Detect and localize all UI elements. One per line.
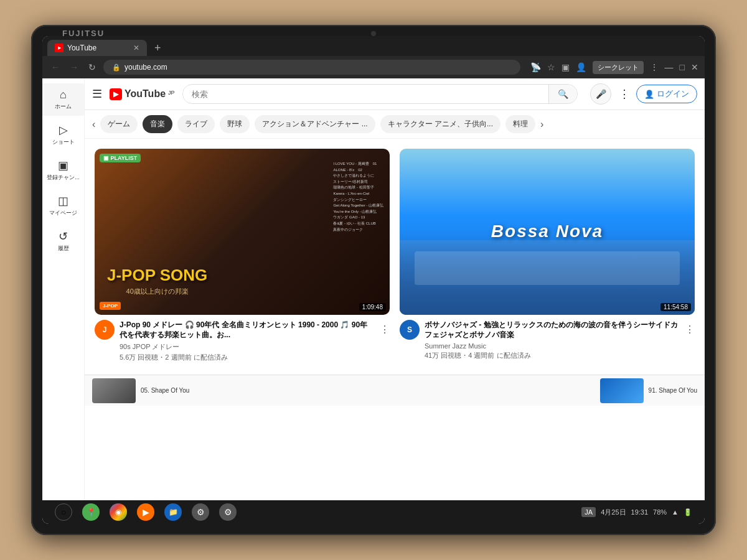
category-chip-baseball[interactable]: 野球 (220, 115, 250, 133)
video-more-bossa[interactable]: ⋮ (685, 320, 695, 335)
microphone-button[interactable]: 🎤 (590, 83, 611, 105)
video-meta-jpop: J-Pop 90 メドレー 🎧 90年代 全名曲ミリオンヒット 1990 - 2… (120, 320, 375, 363)
mini-thumb-2 (600, 378, 644, 403)
video-meta-bossa: ボサノバジャズ - 勉強とリラックスのための海の波の音を伴うシーサイドカフェジャ… (425, 320, 680, 361)
bottom-video-strip: 05. Shape Of You 91. Shape Of You (85, 375, 705, 406)
sidebar-item-subscriptions[interactable]: ▣ 登録チャン... (42, 154, 84, 187)
mini-title-2: 91. Shape Of You (649, 387, 697, 394)
sidebar-item-history[interactable]: ↺ 履歴 (42, 225, 84, 258)
extensions-icon[interactable]: ▣ (561, 62, 570, 72)
login-button[interactable]: 👤 ログイン (636, 85, 697, 103)
close-button[interactable]: ✕ (691, 62, 698, 72)
address-bar: ← → ↻ 🔒 youtube.com 📡 ☆ ▣ 👤 シークレット ⋮ — □… (42, 56, 705, 78)
category-next-button[interactable]: › (540, 119, 543, 130)
tab-bar: YouTube ✕ + (42, 36, 705, 56)
lock-icon: 🔒 (112, 63, 121, 72)
home-icon: ⌂ (60, 88, 67, 101)
playlist-badge-text: ▣ PLAYLIST (103, 155, 137, 161)
url-bar[interactable]: 🔒 youtube.com (103, 60, 520, 75)
video-thumbnail-jpop: ▣ PLAYLIST I LOVE YOU - 尾崎豊 01 ALONE - B… (95, 149, 390, 315)
category-chip-action[interactable]: アクション＆アドベンチャー ... (255, 115, 375, 133)
channel-avatar-bossa: S (400, 320, 420, 340)
sidebar-item-home[interactable]: ⌂ ホーム (42, 83, 84, 116)
video-info-bossa: S ボサノバジャズ - 勉強とリラックスのための海の波の音を伴うシーサイドカフェ… (400, 315, 695, 363)
incognito-button[interactable]: シークレット (593, 61, 644, 74)
video-card-jpop[interactable]: ▣ PLAYLIST I LOVE YOU - 尾崎豊 01 ALONE - B… (95, 149, 390, 365)
category-prev-button[interactable]: ‹ (92, 119, 95, 130)
taskbar-right: JA 4月25日 19:31 78% ▲ 🔋 (581, 507, 692, 517)
channel-avatar-jpop: J (95, 320, 115, 340)
taskbar-play-icon[interactable]: ▶ (137, 503, 154, 521)
login-icon: 👤 (644, 90, 654, 99)
refresh-button[interactable]: ↻ (86, 61, 98, 73)
video-channel-bossa: Summer Jazz Music (425, 342, 680, 350)
jpop-thumb-title: J-POP SONG (107, 266, 207, 284)
mini-thumb-1 (92, 378, 136, 403)
bookmark-icon[interactable]: ☆ (547, 62, 555, 72)
video-stats-bossa: 41万 回視聴・4 週間前 に配信済み (425, 351, 680, 360)
active-tab[interactable]: YouTube ✕ (47, 40, 147, 56)
taskbar: ○ 📍 ◉ ▶ 📁 ⚙ ⚙ JA 4月25日 19:31 78% ▲ 🔋 (42, 500, 705, 524)
hamburger-menu[interactable]: ☰ (92, 87, 102, 101)
search-button[interactable]: 🔍 (548, 85, 577, 103)
youtube-logo-text: YouTube (125, 88, 166, 100)
youtube-logo: ▶ YouTube JP (110, 88, 175, 100)
taskbar-language: JA (581, 507, 596, 517)
taskbar-settings2-icon[interactable]: ⚙ (219, 503, 237, 521)
url-text: youtube.com (125, 63, 167, 72)
youtube-logo-icon: ▶ (110, 88, 122, 100)
jpop-thumb-logo: J-POP (100, 302, 121, 310)
header-right: ⋮ 👤 ログイン (619, 85, 697, 103)
sidebar-item-library[interactable]: ◫ マイページ (42, 189, 84, 222)
video-card-bossa[interactable]: Bossa Nova 11:54:58 S ボサノバジャズ - 勉強とリラックス… (400, 149, 695, 365)
taskbar-time: 19:31 (631, 508, 649, 516)
account-icon[interactable]: 👤 (576, 62, 586, 72)
video-more-jpop[interactable]: ⋮ (380, 320, 390, 335)
screen: YouTube ✕ + ← → ↻ 🔒 youtube.com 📡 ☆ ▣ (42, 36, 705, 524)
tab-close-button[interactable]: ✕ (133, 44, 139, 52)
taskbar-chrome-icon[interactable]: ◉ (110, 503, 127, 521)
tab-favicon (55, 44, 63, 52)
battery-icon: 🔋 (684, 508, 692, 516)
more-options-button[interactable]: ⋮ (619, 87, 630, 101)
mini-title-1: 05. Shape Of You (141, 387, 189, 394)
back-button[interactable]: ← (49, 61, 62, 73)
category-chip-live[interactable]: ライブ (177, 115, 215, 133)
youtube-container: ⌂ ホーム ▷ ショート ▣ 登録チャン... ◫ マイページ ↺ 履歴 (42, 78, 705, 500)
new-tab-button[interactable]: + (149, 42, 166, 55)
login-label: ログイン (657, 88, 689, 100)
video-title-jpop: J-Pop 90 メドレー 🎧 90年代 全名曲ミリオンヒット 1990 - 2… (120, 320, 375, 341)
bossa-thumb-title: Bossa Nova (491, 222, 603, 241)
forward-button[interactable]: → (67, 61, 81, 73)
sidebar-item-shorts[interactable]: ▷ ショート (42, 118, 84, 151)
sidebar-label-shorts: ショート (52, 138, 75, 146)
youtube-main: ☰ ▶ YouTube JP 🔍 🎤 ⋮ 👤 (85, 78, 705, 500)
taskbar-maps-icon[interactable]: 📍 (82, 503, 100, 521)
youtube-sidebar: ⌂ ホーム ▷ ショート ▣ 登録チャン... ◫ マイページ ↺ 履歴 (42, 78, 85, 500)
tablet-shell: FUJITSU YouTube ✕ + ← → ↻ 🔒 youtube (31, 25, 716, 535)
category-chip-cooking[interactable]: 料理 (505, 115, 535, 133)
cast-icon[interactable]: 📡 (530, 62, 541, 72)
category-chip-game[interactable]: ゲーム (100, 115, 138, 133)
tab-title: YouTube (67, 44, 96, 52)
video-duration-bossa: 11:54:58 (660, 303, 691, 311)
browser-toolbar: 📡 ☆ ▣ 👤 シークレット ⋮ — □ ✕ (530, 61, 698, 74)
video-info-jpop: J J-Pop 90 メドレー 🎧 90年代 全名曲ミリオンヒット 1990 -… (95, 315, 390, 365)
video-grid: ▣ PLAYLIST I LOVE YOU - 尾崎豊 01 ALONE - B… (85, 139, 705, 375)
menu-icon[interactable]: ⋮ (650, 62, 659, 72)
category-chip-anime[interactable]: キャラクター アニメ、子供向... (380, 115, 500, 133)
sidebar-label-library: マイページ (49, 209, 77, 217)
sidebar-label-history: 履歴 (58, 245, 69, 253)
taskbar-files-icon[interactable]: 📁 (164, 503, 182, 521)
taskbar-search-button[interactable]: ○ (55, 503, 72, 521)
brand-logo: FUJITSU (62, 29, 105, 38)
maximize-button[interactable]: □ (680, 62, 685, 72)
category-chip-music[interactable]: 音楽 (143, 115, 172, 133)
search-bar: 🔍 (182, 84, 578, 104)
minimize-button[interactable]: — (665, 62, 674, 72)
taskbar-settings1-icon[interactable]: ⚙ (192, 503, 209, 521)
youtube-logo-jp: JP (168, 90, 175, 96)
jpop-thumb-subtitle: 40歳以上向けの邦楽 (126, 287, 189, 296)
search-input[interactable] (183, 86, 548, 103)
youtube-header: ☰ ▶ YouTube JP 🔍 🎤 ⋮ 👤 (85, 78, 705, 110)
